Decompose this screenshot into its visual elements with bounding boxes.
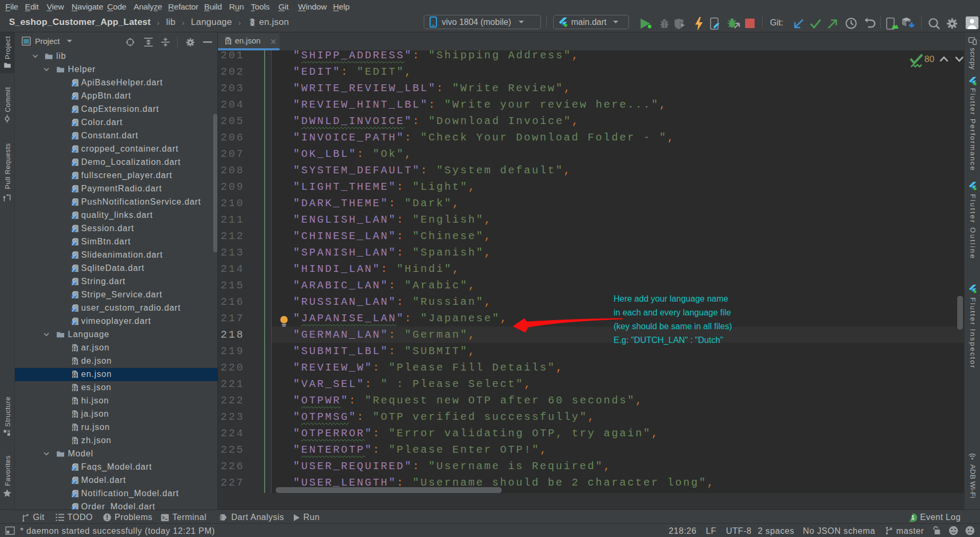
- svg-text:{·}: {·}: [249, 20, 256, 26]
- svg-text:{}: {}: [226, 38, 230, 45]
- svg-text:1: 1: [911, 514, 915, 521]
